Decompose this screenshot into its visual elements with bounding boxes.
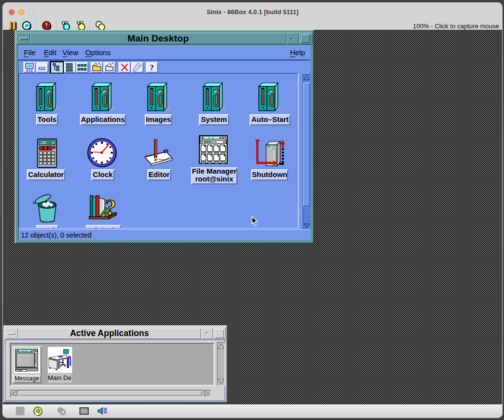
svg-text:XYZ: XYZ (38, 66, 45, 70)
svg-text:?: ? (105, 195, 116, 220)
svg-text:698.: 698. (46, 141, 54, 145)
svg-text:XYZ: XYZ (26, 69, 33, 72)
svg-text:?: ? (150, 63, 154, 72)
